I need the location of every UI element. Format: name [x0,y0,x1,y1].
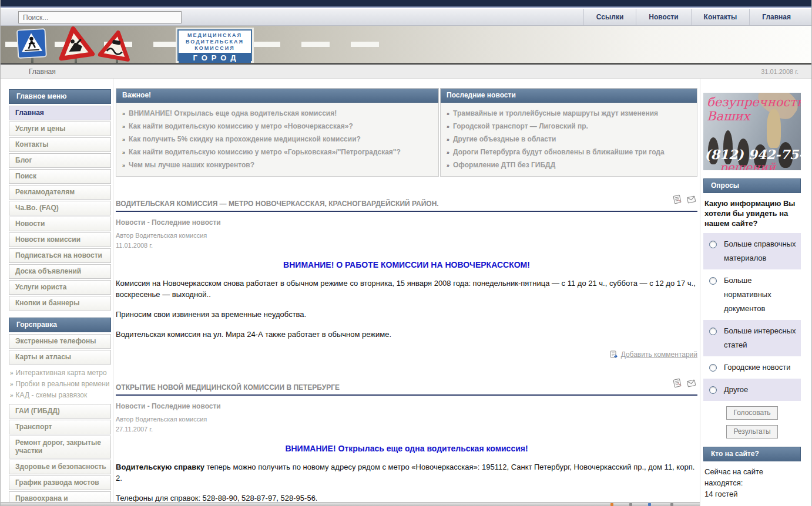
latest-news-link[interactable]: Городской транспорт — Лиговский пр. [453,122,588,130]
important-link[interactable]: ВНИМАНИЕ! Открылась еще одна водительска… [129,109,337,117]
bullet-arrow-icon: » [447,150,449,156]
add-comment-link[interactable]: Добавить комментарий [621,350,697,359]
print-icon[interactable] [672,378,682,390]
sidebar-item-mosty[interactable]: График развода мостов [9,475,111,490]
spacer [9,312,111,318]
list-item: »Дороги Петербурга будут обновлены в бли… [447,146,691,158]
print-icon[interactable] [672,194,682,207]
sidebar-item-yurist[interactable]: Услуги юриста [9,280,111,295]
poll-option-2[interactable]: Больше нормативных документов [703,269,801,320]
article-icons [672,194,696,207]
search-input[interactable] [18,11,182,23]
top-nav-contacts[interactable]: Контакты [691,9,750,25]
vote-button[interactable]: Голосовать [726,406,777,420]
poll-option-5[interactable]: Другое [703,379,801,401]
content-area: Главное меню Главная Услуги и цены Конта… [1,79,811,506]
article-title: ОТКРЫТИЕ НОВОЙ МЕДИЦИНСКОЙ КОМИССИИ В ПЕ… [116,383,340,392]
sidebar-item-uslugi[interactable]: Услуги и цены [9,122,111,136]
sublink-probki[interactable]: »Пробки в реальном времени [10,379,111,390]
email-icon[interactable] [686,378,696,390]
article-section: Новости - Последние новости [116,218,697,227]
sidebar-item-transport[interactable]: Транспорт [9,420,111,434]
sidebar-item-glavnaya[interactable]: Главная [9,106,111,120]
banner-slogan: безупречностьВаших [707,95,801,123]
poll-option-1[interactable]: Больше справочных материалов [703,233,801,269]
poll-header: Опросы [703,178,801,193]
radio-icon[interactable] [709,241,717,248]
sublink-metro-map[interactable]: »Интерактивная карта метро [10,367,111,379]
top-nav-links[interactable]: Ссылки [583,9,636,25]
sidebar-item-poisk[interactable]: Поиск [9,169,111,184]
list-item: »Трамвайные и троллейбусные маршруты жду… [447,107,691,120]
article-paragraph: Водительская комиссия на ул. Мира 24-А т… [116,329,697,340]
poll-option-4[interactable]: Городские новости [703,356,801,379]
article-paragraph: Водительскую справку теперь можно получи… [116,462,697,484]
top-nav-news[interactable]: Новости [636,9,690,25]
arrow-icon: » [10,370,14,376]
logo-line-1: МЕДИЦИНСКАЯ [179,32,251,39]
main-column: Важное! »ВНИМАНИЕ! Открылась еще одна во… [116,88,697,506]
top-bar: Ссылки Новости Контакты Главная [1,9,811,26]
slippery-road-sign-icon [97,28,135,63]
sidebar-item-gai[interactable]: ГАИ (ГИБДД) [9,404,111,419]
right-sidebar: безупречностьВаших (812) 942-75-35 решен… [703,93,801,506]
article-title-bar: ВОДИТЕЛЬСКАЯ КОМИССИЯ — МЕТРО НОВОЧЕРКАС… [116,198,697,212]
top-nav-home[interactable]: Главная [749,9,803,25]
chess-banner-image: безупречностьВаших (812) 942-75-35 решен… [703,93,801,170]
bullet-arrow-icon: » [447,124,449,130]
sidebar-item-zdorovie[interactable]: Здоровье и безопасность [9,460,111,474]
list-item: »Городской транспорт — Лиговский пр. [447,120,691,133]
latest-news-link[interactable]: Оформление ДТП без ГИБДД [453,161,555,169]
list-item: »Оформление ДТП без ГИБДД [447,158,691,171]
sidebar-item-blog[interactable]: Блог [9,153,111,168]
breadcrumb-bar: Главная 31.01.2008 г. [1,65,811,79]
sidebar-item-karty[interactable]: Карты и атласы [9,350,111,365]
chess-banner[interactable]: безупречностьВаших (812) 942-75-35 решен… [703,93,801,170]
list-item: »Чем мы лучше наших конкурентов? [122,158,432,171]
latest-news-link[interactable]: Дороги Петербурга будут обновлены в ближ… [453,148,665,156]
list-item: »Как найти водительскую комиссию у метро… [122,120,432,133]
important-link[interactable]: Как найти водительскую комиссию у метро … [129,148,401,156]
sidebar-item-faq[interactable]: Ча.Во. (FAQ) [9,201,111,215]
article-heading: ВНИМАНИЕ! О РАБОТЕ КОМИССИИ НА НОВОЧЕРКА… [116,260,697,269]
radio-icon[interactable] [709,386,717,394]
poll-option-3[interactable]: Больше интересных статей [703,320,801,356]
email-icon[interactable] [686,194,696,207]
important-link[interactable]: Чем мы лучше наших конкурентов? [129,161,254,169]
list-item: »Как получить 5% скидку на прохождение м… [122,133,432,146]
list-item: »ВНИМАНИЕ! Открылась еще одна водительск… [122,107,432,120]
bullet-arrow-icon: » [447,137,449,143]
article-author: Автор Водительская комиссия [116,416,697,423]
left-sidebar: Главное меню Главная Услуги и цены Конта… [9,89,111,506]
taskbar-icon [610,503,613,506]
article-paragraph: Приносим свои извинения за временные неу… [116,309,697,321]
sidebar-item-doska[interactable]: Доска объявлений [9,264,111,279]
sidebar-item-novosti-komissii[interactable]: Новости комиссии [9,232,111,247]
article-date: 11.01.2008 г. [116,242,697,249]
sublink-kad[interactable]: »КАД - схемы развязок [10,390,111,401]
sidebar-item-podpisatsya[interactable]: Подписаться на новости [9,248,111,263]
important-box: Важное! »ВНИМАНИЕ! Открылась еще одна во… [116,88,439,177]
sidebar-item-novosti[interactable]: Новости [9,217,111,231]
results-button[interactable]: Результаты [726,425,777,438]
latest-news-header: Последние новости [441,89,697,103]
sidebar-item-bannery[interactable]: Кнопки и баннеры [9,296,111,311]
article-section: Новости - Последние новости [116,402,697,410]
important-link[interactable]: Как найти водительскую комиссию у метро … [129,122,353,130]
breadcrumb[interactable]: Главная [29,68,56,76]
taskbar-icon [670,503,673,506]
radio-icon[interactable] [709,277,717,285]
sidebar-item-remont[interactable]: Ремонт дорог, закрытые участки [9,436,111,458]
latest-news-link[interactable]: Другие объездные в области [453,135,556,143]
latest-news-link[interactable]: Трамвайные и троллейбусные маршруты ждут… [453,109,658,117]
pedestrian-crossing-sign-icon [16,28,48,62]
sidebar-item-reklamodatelyam[interactable]: Рекламодателям [9,185,111,200]
radio-icon[interactable] [709,364,717,372]
poll-question: Какую информацию Вы хотели бы увидеть на… [704,198,801,228]
gorspravka-header: Горсправка [9,318,111,332]
bullet-arrow-icon: » [122,124,125,130]
important-link[interactable]: Как получить 5% скидку на прохождение ме… [129,135,361,143]
sidebar-item-telefony[interactable]: Экстренные телефоны [9,334,111,349]
sidebar-item-kontakty[interactable]: Контакты [9,137,111,152]
radio-icon[interactable] [709,328,717,335]
